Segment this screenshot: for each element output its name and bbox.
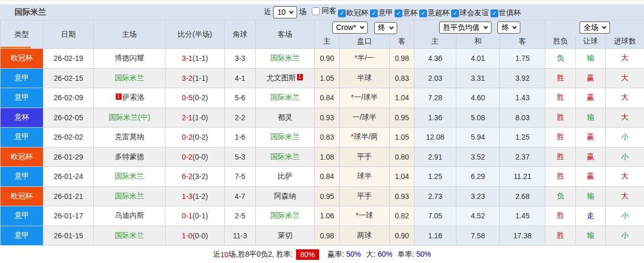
- home-team-cell: 国际米兰(中): [94, 108, 166, 128]
- score-cell: 2-1(1-0): [166, 108, 225, 128]
- result-outcome-cell: 胜: [545, 226, 576, 246]
- full-time-score: 1-3: [182, 192, 192, 201]
- team-name: 国际米兰: [270, 132, 300, 141]
- header-result-goals: 进球数: [606, 35, 644, 49]
- team-name: 国际米兰: [115, 73, 144, 82]
- handicap-value: 一球: [358, 211, 373, 219]
- scope-select[interactable]: 全场: [580, 22, 610, 34]
- header-odds-home: 主: [315, 35, 340, 49]
- odds-home-cell: 1.05: [315, 68, 340, 88]
- home-team-cell: 克雷莫纳: [94, 128, 166, 148]
- filter-label: 世俱杯: [499, 8, 521, 18]
- filter-label: 意超杯: [428, 8, 450, 18]
- avg-lose-cell: 1.25: [500, 128, 545, 148]
- result-goals-cell: 小: [606, 206, 644, 226]
- date-cell: 26-01-29: [43, 147, 94, 167]
- filter-label: 意杯: [403, 8, 418, 18]
- league-cell: 意甲: [1, 167, 43, 187]
- league-cell: 意甲: [1, 128, 43, 148]
- avg-lose-cell: 3.92: [500, 68, 545, 88]
- handicap-cell: 两球: [340, 226, 390, 246]
- filter-italian-super-cup[interactable]: ✓意超杯: [419, 8, 450, 18]
- checkbox-checked-icon: ✓: [419, 9, 427, 17]
- filter-club-world-cup[interactable]: ✓世俱杯: [490, 8, 521, 18]
- team-name: 国际米兰(中): [108, 113, 150, 121]
- table-row: 意甲26-02-091萨索洛0-5(0-2)5-6国际米兰0.84*一/球半1.…: [1, 88, 644, 108]
- red-card-badge: 1: [116, 93, 122, 100]
- home-team-cell: 乌迪内斯: [94, 206, 166, 226]
- odds-away-cell: 1.04: [390, 167, 414, 187]
- avg-lose-cell: 8.03: [500, 108, 545, 128]
- corners-cell: 2-5: [225, 206, 256, 226]
- avg-win-cell: 12.08: [414, 128, 456, 148]
- sort-indicator: [1, 47, 31, 48]
- handicap-value: 球半/两: [354, 132, 378, 141]
- select-value: 胜平负均值: [443, 23, 480, 33]
- odds-home-cell: 0.95: [315, 186, 340, 206]
- team-name: 国际米兰: [270, 54, 300, 62]
- team-name: 国际米兰: [115, 231, 144, 239]
- result-handicap-cell: 输: [576, 49, 606, 69]
- odds-home-cell: 0.93: [315, 108, 340, 128]
- half-time-score: (0-1): [192, 212, 208, 220]
- odds-home-cell: 0.84: [315, 88, 340, 108]
- header-avg-lose: 客: [500, 35, 545, 49]
- home-team-cell: 1萨索洛: [94, 88, 166, 108]
- full-time-score: 0-5: [182, 93, 192, 102]
- full-time-score: 3-2: [182, 74, 192, 82]
- header-odds-away: 客: [390, 35, 414, 49]
- result-goals-cell: 大: [606, 108, 644, 128]
- table-row: 欧冠杯26-02-19博德闪耀3-1(1-1)3-3国际米兰0.90*半/一0.…: [1, 49, 644, 69]
- chevron-down-icon: [512, 25, 517, 29]
- result-handicap-cell: 输: [576, 186, 606, 206]
- handicap-cell: 一/球半: [340, 108, 390, 128]
- checkbox-checked-icon: ✓: [395, 9, 402, 17]
- away-team-cell: 国际米兰: [256, 88, 315, 108]
- handicap-value: 半/一: [357, 54, 374, 62]
- header-corners: 角球: [225, 20, 256, 49]
- table-row: 意甲26-02-02克雷莫纳0-2(0-2)1-6国际米兰0.83*球半/两1.…: [1, 128, 644, 148]
- result-goals-cell: 大: [606, 88, 644, 108]
- away-team-cell: 国际米兰: [256, 49, 315, 69]
- avg-win-cell: 4.36: [414, 49, 456, 69]
- team-name: 都灵: [278, 113, 292, 121]
- team-name: 博德闪耀: [115, 54, 144, 62]
- home-team-cell: 国际米兰: [94, 167, 166, 187]
- table-row: 欧冠杯26-01-21国际米兰1-3(1-2)4-7阿森纳0.95平手0.932…: [1, 186, 644, 206]
- footer-stat: 大: 60%: [366, 250, 392, 259]
- odds-company-select[interactable]: Crow*: [332, 22, 368, 34]
- avg-win-cell: 7.05: [414, 206, 456, 226]
- avg-time-select[interactable]: 终: [497, 22, 520, 34]
- checkbox-checked-icon: ✓: [370, 9, 378, 17]
- team-name: 萨索洛: [123, 93, 145, 101]
- odds-away-cell: 0.95: [390, 108, 414, 128]
- result-outcome-cell: 胜: [545, 167, 576, 187]
- header-score: 比分(半场): [166, 20, 225, 49]
- avg-win-cell: 2.73: [414, 186, 456, 206]
- filter-coppa-italia[interactable]: ✓意杯: [395, 8, 418, 18]
- away-team-cell: 尤文图斯1: [256, 68, 315, 88]
- away-team-cell: 莱切: [256, 226, 315, 246]
- avg-odds-select[interactable]: 胜平负均值: [439, 22, 492, 34]
- filter-same-venue[interactable]: 同客: [312, 6, 336, 16]
- result-handicap-cell: 赢: [576, 128, 606, 148]
- date-cell: 26-02-02: [43, 128, 94, 148]
- handicap-cell: *半/一: [340, 49, 390, 69]
- avg-win-cell: 2.03: [414, 68, 456, 88]
- team-title: 国际米兰: [15, 7, 46, 17]
- avg-draw-cell: 3.31: [456, 68, 500, 88]
- odds-time-select[interactable]: 终: [374, 22, 397, 34]
- filter-club-friendly[interactable]: ✓球会友谊: [451, 8, 489, 18]
- checkbox-checked-icon: ✓: [490, 9, 498, 17]
- summary-footer: 近 10 场,胜8平0负2, 胜率: 80% 赢率: 50% 大: 60% 单率…: [0, 246, 644, 263]
- stat-value: 50%: [346, 250, 361, 258]
- handicap-value: 半球: [357, 73, 372, 82]
- avg-draw-cell: 4.01: [456, 49, 500, 69]
- odds-away-cell: 0.90: [390, 226, 414, 246]
- result-outcome-cell: 负: [545, 49, 576, 69]
- filter-serie-a[interactable]: ✓意甲: [370, 8, 393, 18]
- recent-count-select[interactable]: 10: [273, 6, 297, 18]
- table-row: 意甲26-01-15国际米兰1-0(0-0)11-3莱切0.98两球0.901.…: [1, 226, 644, 246]
- header-avg-win: 主: [414, 35, 456, 49]
- filter-ucl[interactable]: ✓欧冠杯: [338, 8, 368, 18]
